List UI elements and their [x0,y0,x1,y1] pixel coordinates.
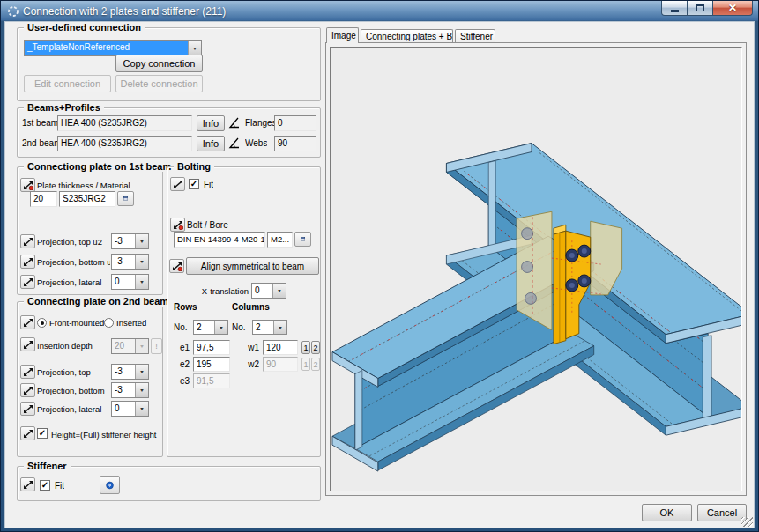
cancel-button[interactable]: Cancel [697,504,747,521]
beam1-info-button[interactable]: Info [197,115,225,131]
w1-option-1-button[interactable]: 1 [301,341,310,354]
insertion-depth-exclamation-button: ! [151,338,162,354]
template-combobox-dropdown-button[interactable]: ▼ [188,41,201,55]
beam2-info-button[interactable]: Info [197,136,225,151]
transfer-arrows-icon[interactable] [20,365,35,379]
front-mounted-radio[interactable] [37,318,47,328]
flanges-field[interactable]: 0 [274,115,316,131]
projection-top-combobox[interactable]: -3 ▼ [111,364,149,380]
chevron-down-icon: ▼ [277,288,282,292]
combobox-dropdown-button[interactable]: ▼ [272,284,286,298]
copy-connection-button[interactable]: Copy connection [115,55,203,72]
rows-count-combobox[interactable]: 2 ▼ [193,320,228,335]
transfer-arrows-icon[interactable] [20,337,35,351]
e1-label: e1 [172,343,190,352]
projection-bottom-u1-label: Projection, bottom u1 [37,257,110,267]
bolting-fit-checkbox[interactable]: ✓ [189,179,199,189]
w2-field: 90 [263,357,298,372]
chevron-down-icon: ▼ [139,259,145,263]
resize-grip[interactable] [741,517,753,527]
projection-top-u2-label: Projection, top u2 [37,237,110,247]
group-title: Bolting [174,161,214,172]
app-icon [7,5,19,18]
combobox-dropdown-button[interactable]: ▼ [135,365,148,379]
transfer-arrows-red-dot-icon[interactable] [170,218,185,232]
bore-field[interactable]: M2... [267,232,293,248]
angle-icon [227,136,241,151]
blue-arrow-right-icon[interactable] [100,476,120,494]
inserted-radio[interactable] [104,318,114,328]
projection-lateral-combobox[interactable]: 0 ▼ [111,274,149,290]
projection-bottom-u1-value: -3 [112,255,135,269]
chevron-down-icon: ▼ [139,406,145,410]
transfer-arrows-icon[interactable] [170,177,185,191]
combobox-dropdown-button[interactable]: ▼ [135,255,148,269]
tab-stiffener[interactable]: Stiffener [455,29,495,42]
combobox-dropdown-button[interactable]: ▼ [135,402,148,416]
align-symmetrical-button[interactable]: Align symmetrical to beam [186,257,319,275]
combobox-dropdown-button[interactable]: ▼ [273,321,286,334]
e3-field: 91,5 [193,373,230,388]
transfer-arrows-icon[interactable] [20,234,35,248]
table-select-icon[interactable] [294,232,311,247]
transfer-arrows-icon[interactable] [20,426,35,440]
w1-field[interactable]: 120 [263,340,298,355]
plate-material-field[interactable]: S235JRG2 [59,191,115,207]
projection-top-u2-combobox[interactable]: -3 ▼ [111,233,149,249]
beam1-field[interactable]: HEA 400 (S235JRG2) [57,115,192,131]
projection-bottom-value: -3 [112,383,135,397]
template-combobox-value: _TemplateNonReferenced [25,41,188,55]
e2-field[interactable]: 195 [193,357,230,372]
transfer-arrows-icon[interactable] [20,255,35,269]
chevron-down-icon: ▼ [139,369,145,373]
stiffener-fit-checkbox[interactable]: ✓ [40,480,50,491]
transfer-arrows-icon[interactable] [20,477,35,491]
webs-field[interactable]: 90 [274,136,316,151]
combobox-dropdown-button[interactable]: ▼ [214,321,227,334]
rows-no-label: No. [174,322,188,332]
tab-image[interactable]: Image [326,27,359,43]
transfer-arrows-icon[interactable] [20,402,35,416]
transfer-arrows-red-dot-icon[interactable] [20,178,35,192]
combobox-dropdown-button[interactable]: ▼ [135,275,148,289]
projection-lateral-value: 0 [112,275,135,289]
insertion-depth-label: Insertion depth [37,341,109,351]
maximize-button[interactable] [688,1,713,16]
bolt-bore-label: Bolt / Bore [187,220,228,230]
beam2-label: 2nd beam [22,138,61,148]
columns-count-combobox[interactable]: 2 ▼ [252,320,287,335]
projection-bottom-combobox[interactable]: -3 ▼ [111,382,149,398]
bolting-fit-label: Fit [204,180,213,189]
w1-option-2-button[interactable]: 2 [311,341,320,354]
projection-lateral2-combobox[interactable]: 0 ▼ [111,401,149,417]
beam2-field[interactable]: HEA 400 (S235JRG2) [57,136,192,151]
group-title: Connectiong plate on 1st beam [24,161,175,172]
edit-connection-button: Edit connection [24,75,111,92]
tab-connecting-plates-bolting[interactable]: Connecting plates + Bolting [361,29,453,42]
transfer-arrows-icon[interactable] [20,315,35,329]
transfer-arrows-red-dot-icon[interactable] [169,259,184,273]
plate-thickness-field[interactable]: 20 [30,191,57,207]
insertion-depth-value: 20 [112,339,135,353]
projection-lateral-label: Projection, lateral [37,277,110,287]
combobox-dropdown-button[interactable]: ▼ [135,383,148,397]
chevron-down-icon: ▼ [192,46,197,50]
ok-button[interactable]: OK [642,504,692,521]
x-translation-combobox[interactable]: 0 ▼ [251,283,286,299]
projection-bottom-u1-combobox[interactable]: -3 ▼ [111,254,149,270]
rows-count-value: 2 [194,321,214,334]
projection-bottom-label: Projection, bottom [37,386,110,395]
combobox-dropdown-button[interactable]: ▼ [135,234,148,248]
minimize-button[interactable] [661,1,688,16]
e1-field[interactable]: 97,5 [193,340,230,355]
close-icon: ✕ [728,3,737,13]
close-button[interactable]: ✕ [713,1,753,16]
titlebar[interactable]: Connection with 2 plates and stiffener (… [1,1,758,21]
height-full-stiffener-checkbox[interactable]: ✓ [37,428,48,439]
w2-option-2-button: 2 [311,358,320,371]
table-select-icon[interactable] [117,191,134,206]
transfer-arrows-icon[interactable] [20,275,35,289]
transfer-arrows-icon[interactable] [20,383,35,397]
bolt-field[interactable]: DIN EN 14399-4-M20-10... [174,232,265,248]
w2-label: w2 [240,359,259,369]
